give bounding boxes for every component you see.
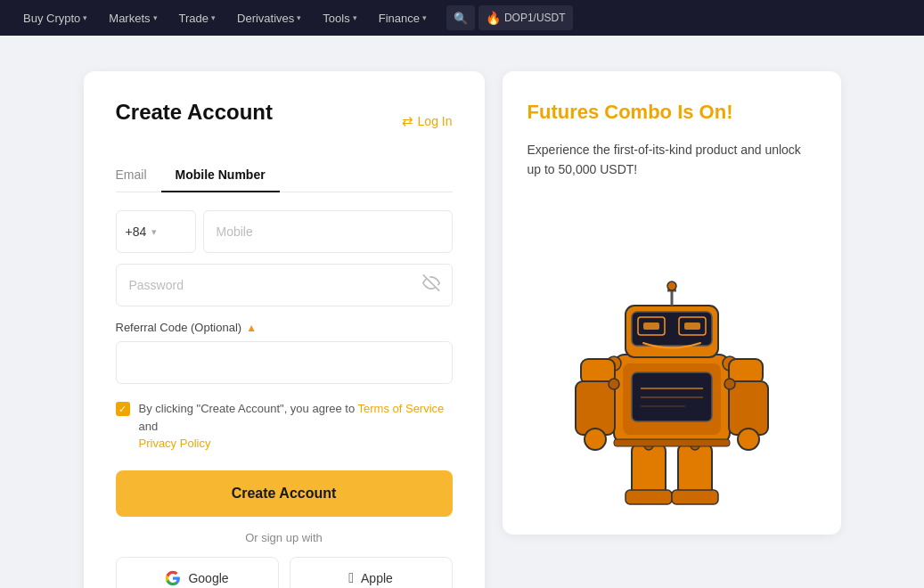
tab-mobile-label: Mobile Number (176, 167, 266, 182)
terms-of-service-link[interactable]: Terms of Service (358, 402, 445, 415)
fire-icon: 🔥 (486, 11, 501, 25)
svg-point-29 (724, 379, 735, 389)
create-account-button[interactable]: Create Account (116, 470, 453, 517)
referral-label-text: Referral Code (Optional) (116, 321, 242, 334)
svg-rect-26 (626, 490, 672, 504)
nav-trade[interactable]: Trade ▾ (170, 0, 225, 36)
nav-buy-crypto-chevron: ▾ (83, 13, 87, 22)
chevron-down-icon: ▾ (151, 226, 157, 238)
nav-buy-crypto-label: Buy Crypto (23, 12, 80, 25)
social-row: Google  Apple (116, 557, 453, 589)
tab-email-label: Email (116, 167, 147, 182)
nav-finance-label: Finance (379, 12, 420, 25)
svg-point-23 (738, 429, 759, 450)
main-content: Create Account ⇄ Log In Email Mobile Num… (0, 36, 924, 588)
navbar: Buy Crypto ▾ Markets ▾ Trade ▾ Derivativ… (0, 0, 924, 36)
svg-point-20 (585, 429, 606, 450)
mobile-input[interactable] (203, 210, 453, 253)
nav-markets-label: Markets (109, 12, 150, 25)
nav-derivatives-chevron: ▾ (297, 13, 301, 22)
apple-icon:  (348, 570, 354, 586)
svg-rect-22 (729, 381, 768, 435)
login-link[interactable]: ⇄ Log In (402, 113, 453, 129)
form-header: Create Account ⇄ Log In (116, 100, 453, 143)
svg-rect-24 (632, 444, 666, 497)
referral-label: Referral Code (Optional) ▲ (116, 321, 453, 334)
svg-rect-13 (643, 323, 659, 330)
referral-input[interactable] (116, 341, 453, 384)
google-label: Google (188, 571, 228, 585)
tabs-row: Email Mobile Number (116, 160, 453, 192)
ticker-label: DOP1/USDT (504, 12, 566, 24)
nav-ticker[interactable]: 🔥 DOP1/USDT (478, 5, 573, 30)
nav-tools-label: Tools (323, 12, 349, 25)
nav-trade-chevron: ▾ (211, 13, 216, 22)
or-text: Or sign up with (116, 531, 453, 544)
referral-section: Referral Code (Optional) ▲ (116, 321, 453, 400)
nav-derivatives-label: Derivatives (237, 12, 294, 25)
nav-search[interactable]: 🔍 (446, 5, 475, 30)
robot-illustration (547, 257, 797, 506)
svg-point-17 (667, 282, 676, 290)
login-icon: ⇄ (402, 113, 413, 129)
form-card: Create Account ⇄ Log In Email Mobile Num… (84, 71, 485, 588)
promo-title: Futures Combo Is On! (527, 100, 733, 126)
nav-derivatives[interactable]: Derivatives ▾ (228, 0, 310, 36)
privacy-policy-link[interactable]: Privacy Policy (139, 435, 453, 453)
eye-icon[interactable] (422, 274, 440, 297)
nav-finance[interactable]: Finance ▾ (370, 0, 436, 36)
nav-buy-crypto[interactable]: Buy Crypto ▾ (14, 0, 96, 36)
google-icon (165, 570, 181, 586)
password-row (116, 264, 453, 306)
nav-trade-label: Trade (179, 12, 209, 25)
nav-tools[interactable]: Tools ▾ (314, 0, 365, 36)
tab-mobile[interactable]: Mobile Number (161, 160, 280, 192)
form-title: Create Account (116, 100, 273, 125)
apple-signin-button[interactable]:  Apple (290, 557, 453, 589)
google-signin-button[interactable]: Google (116, 557, 279, 589)
promo-description: Experience the first-of-its-kind product… (527, 140, 816, 180)
create-account-label: Create Account (232, 486, 337, 501)
apple-label: Apple (361, 571, 393, 585)
nav-markets-chevron: ▾ (153, 13, 158, 22)
svg-rect-19 (576, 381, 615, 435)
svg-rect-27 (672, 490, 718, 504)
country-code-select[interactable]: +84 ▾ (116, 210, 196, 253)
search-icon: 🔍 (454, 12, 468, 25)
nav-tools-chevron: ▾ (353, 13, 357, 22)
terms-checkbox[interactable]: ✓ (116, 402, 130, 416)
tab-email[interactable]: Email (116, 160, 161, 192)
robot-image-container (527, 197, 816, 506)
country-code-value: +84 (126, 225, 147, 239)
terms-row: ✓ By clicking "Create Account", you agre… (116, 400, 453, 453)
svg-rect-32 (614, 439, 730, 446)
phone-row: +84 ▾ (116, 210, 453, 253)
nav-markets[interactable]: Markets ▾ (100, 0, 166, 36)
terms-text: By clicking "Create Account", you agree … (139, 400, 453, 453)
svg-rect-14 (684, 323, 700, 330)
referral-icon: ▲ (246, 322, 257, 334)
promo-card: Futures Combo Is On! Experience the firs… (503, 71, 841, 535)
password-input[interactable] (116, 264, 453, 306)
checkmark-icon: ✓ (119, 402, 127, 417)
svg-rect-25 (678, 444, 712, 497)
nav-finance-chevron: ▾ (422, 13, 427, 22)
svg-point-28 (609, 379, 619, 389)
login-label: Log In (418, 114, 453, 128)
